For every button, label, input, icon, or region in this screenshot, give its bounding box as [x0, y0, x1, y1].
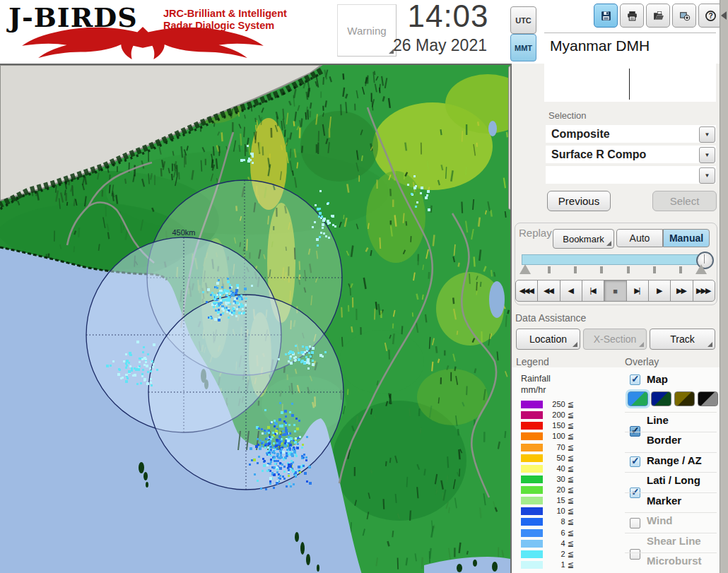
legend-value-10: 10 ≦ — [543, 507, 574, 516]
island — [473, 560, 477, 567]
dropdown-composite[interactable]: Composite ▼ — [546, 125, 716, 143]
legend-swatch-100 — [521, 432, 543, 440]
legend-value-70: 70 ≦ — [543, 443, 574, 452]
checkbox-map[interactable]: ✓ — [630, 374, 640, 385]
jbirds-app: J-BIRDS JRC-Brilliant & Intelligent Rada… — [0, 0, 728, 573]
select-button[interactable]: Select — [652, 191, 717, 211]
overlay-item-range-az[interactable]: Range / AZ — [647, 454, 702, 466]
overlay-item-marker[interactable]: Marker — [647, 495, 681, 507]
fast-forward-3-button[interactable]: ▶▶▶ — [693, 280, 715, 302]
timeline-tick — [600, 266, 603, 273]
step-back-button[interactable]: |◀ — [582, 280, 604, 302]
map-style-terrain-button[interactable] — [628, 391, 648, 406]
separator — [625, 472, 717, 473]
stop-button[interactable]: ■ — [604, 280, 626, 302]
overlay-item-shear-line[interactable]: Shear Line — [647, 535, 701, 547]
legend-value-1: 1 ≦ — [543, 560, 574, 569]
previous-button[interactable]: Previous — [547, 191, 611, 211]
separator — [625, 452, 717, 453]
x-section-button[interactable]: X-Section — [583, 329, 647, 350]
island — [295, 532, 299, 542]
map-style-dark-button[interactable] — [651, 391, 671, 406]
overlay-item-lati-long[interactable]: Lati / Long — [647, 474, 700, 486]
legend-swatch-2 — [521, 550, 543, 558]
separator — [625, 432, 717, 432]
print-button[interactable] — [620, 4, 644, 28]
rewind-button[interactable]: ◀ — [560, 280, 582, 302]
site-title: Myanmar DMH — [550, 37, 650, 54]
mmt-label: MMT — [515, 44, 532, 52]
legend-value-250: 250 ≦ — [543, 400, 574, 409]
utc-button[interactable]: UTC — [510, 6, 536, 34]
track-label: Track — [670, 333, 694, 345]
warning-label: Warning — [347, 25, 386, 37]
range-ring-label: 450km — [172, 228, 195, 237]
checkbox-marker[interactable] — [630, 549, 640, 560]
legend-swatch-10 — [521, 507, 543, 515]
bookmark-button[interactable]: Bookmark — [553, 229, 614, 249]
add-image-button[interactable] — [672, 4, 696, 28]
play-button[interactable]: ▶ — [648, 280, 671, 302]
map-style-mono-button[interactable] — [698, 391, 718, 406]
map-style-olive-button[interactable] — [674, 391, 695, 406]
dropdown-composite-value: Composite — [551, 125, 610, 143]
separator — [625, 412, 717, 413]
open-folder-button[interactable] — [646, 4, 670, 28]
legend-swatch-15 — [521, 497, 543, 504]
location-button[interactable]: Location — [516, 329, 580, 350]
previous-label: Previous — [558, 195, 599, 207]
checkbox-lati-long[interactable] — [630, 518, 640, 528]
dropdown-product[interactable]: Surface R Compo ▼ — [546, 146, 716, 163]
warning-button[interactable]: Warning — [337, 4, 397, 57]
manual-label: Manual — [669, 232, 703, 244]
replay-mode-toggle: Auto Manual — [616, 229, 710, 247]
legend-title-line1: Rainfall — [521, 374, 551, 384]
lake — [488, 121, 497, 136]
timeline-start-marker[interactable] — [519, 264, 531, 274]
legend-value-20: 20 ≦ — [543, 485, 574, 495]
dropdown-product-value: Surface R Compo — [551, 146, 646, 163]
legend-label: Legend — [516, 356, 549, 367]
fast-rewind-2-button[interactable]: ◀◀ — [537, 280, 560, 302]
manual-mode-button[interactable]: Manual — [663, 229, 710, 247]
dropdown-extra[interactable]: ▼ — [546, 166, 716, 184]
legend-swatch-4 — [521, 540, 543, 548]
bookmark-label: Bookmark — [563, 234, 604, 244]
legend-value-30: 30 ≦ — [543, 475, 574, 484]
separator — [625, 492, 717, 493]
overlay-item-line[interactable]: Line — [647, 414, 669, 426]
panel-collapse-strip[interactable] — [720, 0, 728, 573]
legend-value-50: 50 ≦ — [543, 454, 574, 463]
fast-forward-2-button[interactable]: ▶▶ — [670, 280, 693, 302]
clock-date: 26 May 2021 — [393, 36, 513, 55]
chevron-down-icon[interactable]: ▼ — [699, 126, 715, 143]
collapse-arrow-icon — [721, 11, 727, 20]
clock-time: 14:03 — [394, 0, 502, 34]
overlay-item-wind[interactable]: Wind — [647, 514, 673, 526]
data-assistance-label: Data Assistance — [515, 312, 586, 324]
help-button[interactable]: ? — [698, 4, 722, 28]
legend-swatch-6 — [521, 529, 543, 537]
mmt-button[interactable]: MMT — [510, 34, 536, 61]
save-button[interactable] — [594, 4, 618, 28]
timeline-end-marker[interactable] — [695, 264, 707, 274]
overlay-item-border[interactable]: Border — [647, 434, 681, 446]
fast-rewind-3-button[interactable]: ◀◀◀ — [515, 280, 538, 302]
overlay-item-microburst[interactable]: Microburst — [647, 555, 702, 567]
replay-timeline-slider[interactable] — [522, 254, 708, 265]
chevron-down-icon[interactable]: ▼ — [699, 147, 715, 163]
print-icon — [626, 10, 638, 22]
help-icon: ? — [705, 10, 717, 22]
checkbox-border[interactable]: ✓ — [630, 456, 640, 467]
legend-swatch-40 — [521, 465, 543, 473]
step-forward-button[interactable]: ▶| — [626, 280, 649, 302]
replay-label: Replay — [519, 227, 552, 239]
island — [300, 542, 305, 555]
track-button[interactable]: Track — [650, 329, 715, 350]
overlay-item-map[interactable]: Map — [647, 373, 668, 385]
chevron-down-icon[interactable]: ▼ — [699, 167, 715, 184]
auto-mode-button[interactable]: Auto — [616, 229, 663, 247]
legend-swatch-70 — [521, 444, 543, 451]
radar-map[interactable]: 450km — [0, 64, 510, 573]
legend-value-6: 6 ≦ — [543, 528, 574, 538]
